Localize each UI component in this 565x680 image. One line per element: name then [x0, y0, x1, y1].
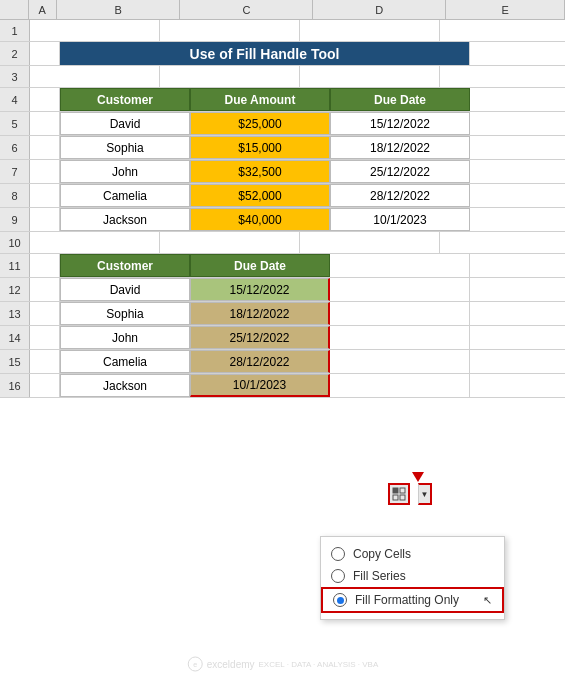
- cell-d4-header[interactable]: Due Date: [330, 88, 470, 111]
- column-headers: A B C D E: [0, 0, 565, 20]
- cell-a14[interactable]: [30, 326, 60, 349]
- cell-d3[interactable]: [300, 66, 440, 87]
- cell-e11[interactable]: [470, 254, 565, 277]
- cell-c12[interactable]: 15/12/2022: [190, 278, 330, 301]
- cell-b14[interactable]: John: [60, 326, 190, 349]
- cell-c11-header[interactable]: Due Date: [190, 254, 330, 277]
- cell-c6[interactable]: $15,000: [190, 136, 330, 159]
- dropdown-item-copy-cells[interactable]: Copy Cells: [321, 543, 504, 565]
- cell-e12[interactable]: [470, 278, 565, 301]
- cell-a7[interactable]: [30, 160, 60, 183]
- svg-rect-2: [393, 495, 398, 500]
- cell-c5[interactable]: $25,000: [190, 112, 330, 135]
- cell-a15[interactable]: [30, 350, 60, 373]
- row-16: 16 Jackson 10/1/2023: [0, 374, 565, 398]
- cell-c14[interactable]: 25/12/2022: [190, 326, 330, 349]
- cell-title[interactable]: Use of Fill Handle Tool: [60, 42, 470, 65]
- cell-d11[interactable]: [330, 254, 470, 277]
- cell-c7[interactable]: $32,500: [190, 160, 330, 183]
- cell-e1[interactable]: [440, 20, 565, 41]
- cell-d12[interactable]: [330, 278, 470, 301]
- row-5: 5 David $25,000 15/12/2022: [0, 112, 565, 136]
- cell-c3[interactable]: [160, 66, 300, 87]
- cell-a6[interactable]: [30, 136, 60, 159]
- cell-d14[interactable]: [330, 326, 470, 349]
- cell-e2[interactable]: [470, 42, 565, 65]
- cell-d10[interactable]: [300, 232, 440, 253]
- cell-a12[interactable]: [30, 278, 60, 301]
- cell-d8[interactable]: 28/12/2022: [330, 184, 470, 207]
- cell-d6[interactable]: 18/12/2022: [330, 136, 470, 159]
- dropdown-item-fill-series[interactable]: Fill Series: [321, 565, 504, 587]
- cell-a4[interactable]: [30, 88, 60, 111]
- fill-handle-icon[interactable]: [388, 483, 410, 505]
- cell-c13[interactable]: 18/12/2022: [190, 302, 330, 325]
- cell-c9[interactable]: $40,000: [190, 208, 330, 231]
- cell-a5[interactable]: [30, 112, 60, 135]
- cell-e16[interactable]: [470, 374, 565, 397]
- cell-b16[interactable]: Jackson: [60, 374, 190, 397]
- cell-c1[interactable]: [160, 20, 300, 41]
- row-7: 7 John $32,500 25/12/2022: [0, 160, 565, 184]
- cell-a9[interactable]: [30, 208, 60, 231]
- cell-b10[interactable]: [30, 232, 160, 253]
- row-12: 12 David 15/12/2022: [0, 278, 565, 302]
- watermark-text: exceldemy: [207, 659, 255, 670]
- col-header-e: E: [446, 0, 565, 19]
- cell-b8[interactable]: Camelia: [60, 184, 190, 207]
- cell-b6[interactable]: Sophia: [60, 136, 190, 159]
- fill-dropdown-button[interactable]: ▼: [418, 483, 432, 505]
- cell-e8[interactable]: [470, 184, 565, 207]
- cell-d16[interactable]: [330, 374, 470, 397]
- col-header-c: C: [180, 0, 313, 19]
- cell-d5[interactable]: 15/12/2022: [330, 112, 470, 135]
- cell-d1[interactable]: [300, 20, 440, 41]
- radio-fill-series[interactable]: [331, 569, 345, 583]
- cell-c8[interactable]: $52,000: [190, 184, 330, 207]
- cell-b7[interactable]: John: [60, 160, 190, 183]
- cell-b13[interactable]: Sophia: [60, 302, 190, 325]
- cell-b5[interactable]: David: [60, 112, 190, 135]
- cell-a8[interactable]: [30, 184, 60, 207]
- dropdown-arrow-icon: ▼: [421, 490, 429, 499]
- cell-e3[interactable]: [440, 66, 565, 87]
- row-num-10: 10: [0, 232, 30, 253]
- radio-copy-cells[interactable]: [331, 547, 345, 561]
- cell-a13[interactable]: [30, 302, 60, 325]
- cell-b15[interactable]: Camelia: [60, 350, 190, 373]
- cell-b12[interactable]: David: [60, 278, 190, 301]
- svg-rect-3: [400, 495, 405, 500]
- cell-e6[interactable]: [470, 136, 565, 159]
- col-header-b: B: [57, 0, 180, 19]
- cell-e14[interactable]: [470, 326, 565, 349]
- cell-c15[interactable]: 28/12/2022: [190, 350, 330, 373]
- cell-d15[interactable]: [330, 350, 470, 373]
- cell-a16[interactable]: [30, 374, 60, 397]
- cell-e13[interactable]: [470, 302, 565, 325]
- cell-e10[interactable]: [440, 232, 565, 253]
- dropdown-item-fill-formatting[interactable]: Fill Formatting Only ↖: [321, 587, 504, 613]
- cell-c16[interactable]: 10/1/2023: [190, 374, 330, 397]
- cell-d13[interactable]: [330, 302, 470, 325]
- cell-d7[interactable]: 25/12/2022: [330, 160, 470, 183]
- cell-e7[interactable]: [470, 160, 565, 183]
- fill-down-arrow: [412, 472, 424, 482]
- row-8: 8 Camelia $52,000 28/12/2022: [0, 184, 565, 208]
- row-num-7: 7: [0, 160, 30, 183]
- cell-b3[interactable]: [30, 66, 160, 87]
- row-num-15: 15: [0, 350, 30, 373]
- cell-a11[interactable]: [30, 254, 60, 277]
- cell-b1[interactable]: [30, 20, 160, 41]
- cell-e5[interactable]: [470, 112, 565, 135]
- cell-e15[interactable]: [470, 350, 565, 373]
- cell-b11-header[interactable]: Customer: [60, 254, 190, 277]
- cell-c10[interactable]: [160, 232, 300, 253]
- cell-a2[interactable]: [30, 42, 60, 65]
- cell-b4-header[interactable]: Customer: [60, 88, 190, 111]
- cell-b9[interactable]: Jackson: [60, 208, 190, 231]
- cell-e4[interactable]: [470, 88, 565, 111]
- cell-d9[interactable]: 10/1/2023: [330, 208, 470, 231]
- cell-e9[interactable]: [470, 208, 565, 231]
- radio-fill-formatting[interactable]: [333, 593, 347, 607]
- cell-c4-header[interactable]: Due Amount: [190, 88, 330, 111]
